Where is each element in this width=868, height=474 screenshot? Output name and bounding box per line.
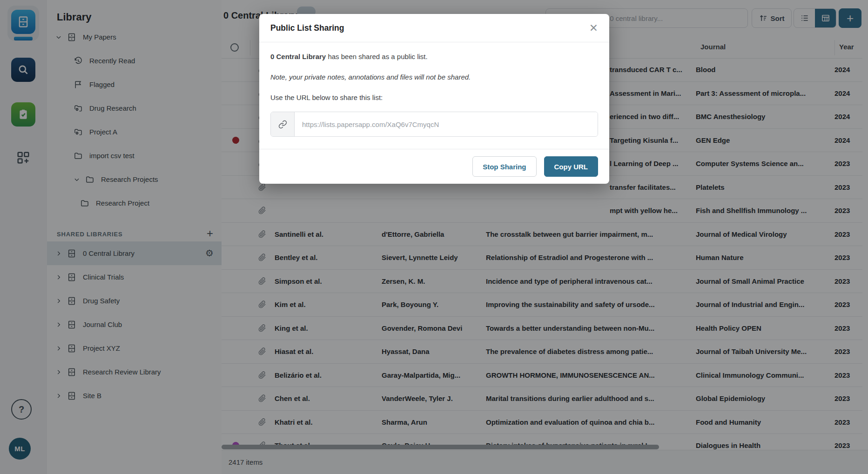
dialog-title: Public List Sharing	[270, 23, 589, 33]
close-icon[interactable]: ✕	[589, 23, 598, 33]
library-name: 0 Central Library	[270, 53, 326, 60]
dialog-footer: Stop Sharing Copy URL	[259, 149, 609, 184]
copy-url-button[interactable]: Copy URL	[544, 156, 599, 177]
dialog-header: Public List Sharing ✕	[259, 14, 609, 42]
url-instructions: Use the URL below to share this list:	[270, 93, 598, 101]
privacy-note: Note, your private notes, annotations an…	[270, 73, 598, 81]
shared-message: 0 Central Library has been shared as a p…	[270, 53, 598, 60]
share-url-input[interactable]	[295, 112, 598, 136]
dialog-body: 0 Central Library has been shared as a p…	[259, 42, 609, 137]
stop-sharing-button[interactable]: Stop Sharing	[472, 156, 536, 177]
share-url-field	[270, 112, 598, 137]
public-list-sharing-dialog: Public List Sharing ✕ 0 Central Library …	[259, 14, 609, 184]
link-icon	[271, 112, 295, 136]
